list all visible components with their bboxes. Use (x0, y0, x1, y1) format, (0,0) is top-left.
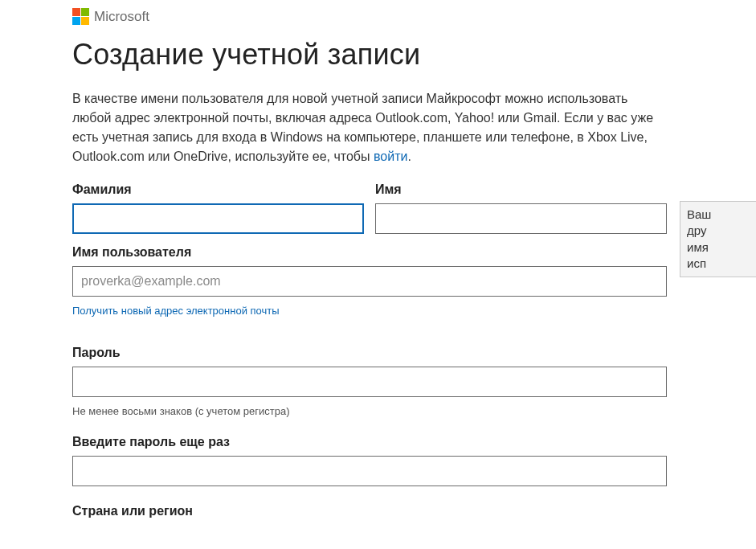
password-confirm-input[interactable] (72, 456, 667, 486)
firstname-input[interactable] (375, 203, 667, 234)
password-confirm-label: Введите пароль еще раз (72, 435, 756, 449)
tooltip-line: дру (687, 223, 750, 239)
intro-after: . (407, 150, 411, 163)
tooltip-line: исп (687, 256, 750, 272)
firstname-label: Имя (375, 182, 667, 197)
password-label: Пароль (72, 346, 756, 360)
tooltip-line: Ваш (687, 207, 750, 223)
password-hint: Не менее восьми знаков (с учетом регистр… (72, 405, 756, 417)
country-label: Страна или регион (72, 504, 756, 518)
intro-text: В качестве имени пользователя для новой … (72, 89, 667, 166)
brand-header: Microsoft (72, 8, 756, 25)
username-input[interactable] (72, 266, 667, 297)
signin-link[interactable]: войти (374, 150, 407, 163)
side-tooltip: Ваш дру имя исп (680, 201, 756, 277)
lastname-input[interactable] (72, 203, 364, 234)
get-new-email-link[interactable]: Получить новый адрес электронной почты (72, 305, 280, 317)
intro-before: В качестве имени пользователя для новой … (72, 92, 653, 163)
password-input[interactable] (72, 367, 667, 397)
lastname-label: Фамилия (72, 182, 364, 197)
brand-name: Microsoft (94, 9, 149, 25)
username-label: Имя пользователя (72, 245, 756, 260)
microsoft-logo-icon (72, 8, 89, 25)
page-title: Создание учетной записи (72, 38, 756, 72)
tooltip-line: имя (687, 240, 750, 256)
